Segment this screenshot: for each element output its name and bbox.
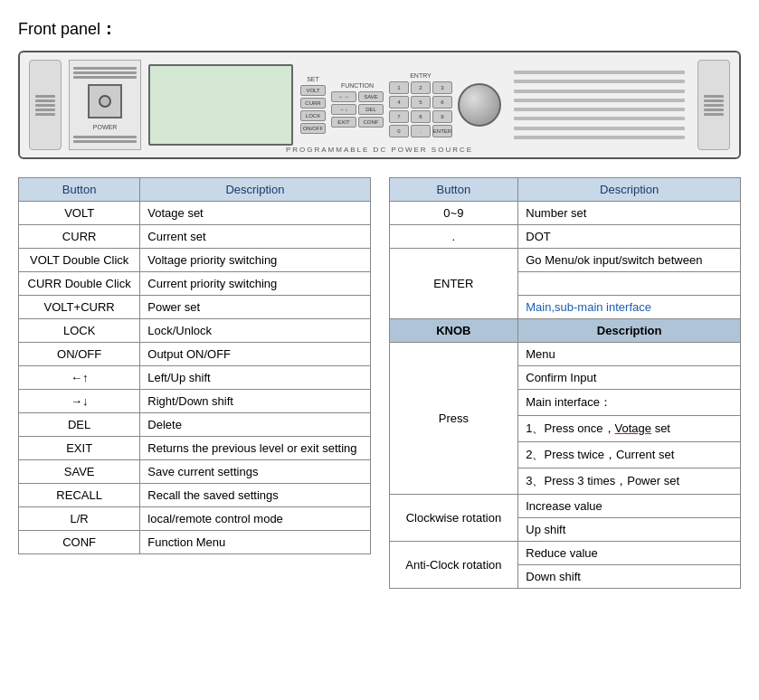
left-col-desc-header: Description xyxy=(140,178,370,202)
table-row: ON/OFFOutput ON/OFF xyxy=(19,343,371,366)
desc-cell: Left/Up shift xyxy=(140,366,370,390)
desc-cell: Voltage priority switching xyxy=(140,249,370,272)
btn-8[interactable]: 8 xyxy=(411,110,431,123)
desc-cell: Output ON/OFF xyxy=(140,343,370,366)
btn-cell: CURR xyxy=(19,225,140,249)
panel-power-switch xyxy=(88,84,122,118)
btn-cell: VOLT xyxy=(19,202,140,225)
desc-cell-press-1: Menu xyxy=(518,343,741,366)
desc-cell-enter-1: Go Menu/ok input/switch between xyxy=(518,249,741,272)
right-table: Button Description 0~9 Number set . DOT … xyxy=(389,177,742,589)
right-table-section: Button Description 0~9 Number set . DOT … xyxy=(389,177,742,589)
btn-cell: SAVE xyxy=(19,460,140,484)
del-btn[interactable]: DEL xyxy=(358,104,384,115)
entry-group-label: ENTRY xyxy=(410,72,432,79)
table-row: ←↑Left/Up shift xyxy=(19,366,371,390)
front-panel-illustration: POWER SET VOLT CURR LOCK ON/OFF FUNCTION… xyxy=(18,51,741,159)
desc-cell-ac-1: Reduce value xyxy=(518,542,741,565)
btn-0[interactable]: 0 xyxy=(389,125,409,137)
tables-container: Button Description VOLTVotage setCURRCur… xyxy=(18,177,741,589)
panel-bottom-label: PROGRAMMABLE DC POWER SOURCE xyxy=(286,146,473,154)
table-row: Press Menu xyxy=(389,343,741,366)
desc-cell: Function Menu xyxy=(140,531,370,554)
btn-cell: VOLT Double Click xyxy=(19,249,140,272)
btn-cell: L/R xyxy=(19,507,140,531)
btn-9[interactable]: 9 xyxy=(432,110,452,123)
arrow-left-btn[interactable]: ←→ xyxy=(331,91,356,102)
btn-enter[interactable]: ENTER xyxy=(432,125,452,137)
desc-cell-press-6: 3、Press 3 times，Power set xyxy=(518,468,741,495)
desc-cell-press-3: Main interface： xyxy=(518,390,741,416)
btn-cell: LOCK xyxy=(19,319,140,343)
knob-header-col2: Description xyxy=(518,319,741,343)
exit-btn[interactable]: EXIT xyxy=(331,117,356,128)
panel-left-controls: POWER xyxy=(69,60,141,150)
conf-btn[interactable]: CONF xyxy=(358,117,384,128)
left-table-section: Button Description VOLTVotage setCURRCur… xyxy=(18,177,371,554)
left-col-button-header: Button xyxy=(19,178,140,202)
desc-cell-ac-2: Down shift xyxy=(518,565,741,589)
btn-3[interactable]: 3 xyxy=(432,81,452,94)
panel-right-vents xyxy=(508,64,690,146)
table-row: ENTER Go Menu/ok input/switch between xyxy=(389,249,741,272)
btn-cell: 0~9 xyxy=(389,202,518,225)
table-row: VOLT+CURRPower set xyxy=(19,296,371,319)
btn-4[interactable]: 4 xyxy=(389,96,409,109)
btn-cell: RECALL xyxy=(19,484,140,507)
btn-cell: . xyxy=(389,225,518,249)
desc-cell: Power set xyxy=(140,296,370,319)
curr-btn[interactable]: CURR xyxy=(300,98,326,109)
entry-button-group: ENTRY 1 2 3 4 5 6 7 8 9 0 . ENTER xyxy=(389,72,452,137)
lock-btn[interactable]: LOCK xyxy=(300,110,326,121)
panel-knob[interactable] xyxy=(458,83,501,127)
table-row: CURR Double ClickCurrent priority switch… xyxy=(19,272,371,296)
panel-display-screen xyxy=(148,64,293,146)
desc-cell: Current priority switching xyxy=(140,272,370,296)
table-row: EXITReturns the previous level or exit s… xyxy=(19,437,371,460)
table-row: L/Rlocal/remote control mode xyxy=(19,507,371,531)
desc-cell: Recall the saved settings xyxy=(140,484,370,507)
desc-cell-enter-3: Main,sub-main interface xyxy=(518,296,741,319)
desc-cell: Delete xyxy=(140,413,370,437)
volt-btn[interactable]: VOLT xyxy=(300,85,326,96)
btn-cell: ←↑ xyxy=(19,366,140,390)
page-title: Front panel： xyxy=(18,18,741,40)
right-col-desc-header: Description xyxy=(518,178,741,202)
btn-7[interactable]: 7 xyxy=(389,110,409,123)
panel-right-end xyxy=(697,60,730,150)
btn-6[interactable]: 6 xyxy=(432,96,452,109)
panel-left-end xyxy=(29,60,62,150)
arrow-down-btn[interactable]: ←↓ xyxy=(331,104,356,115)
desc-cell-press-4: 1、Press once，Votage set xyxy=(518,416,741,442)
set-group-label: SET xyxy=(307,76,319,82)
btn-dot[interactable]: . xyxy=(411,125,431,137)
btn-cell: VOLT+CURR xyxy=(19,296,140,319)
btn-5[interactable]: 5 xyxy=(411,96,431,109)
function-group-label: FUNCTION xyxy=(341,82,374,89)
table-row: . DOT xyxy=(389,225,741,249)
btn-2[interactable]: 2 xyxy=(411,81,431,94)
btn-1[interactable]: 1 xyxy=(389,81,409,94)
btn-cell-clockwise: Clockwise rotation xyxy=(389,495,518,542)
desc-cell: DOT xyxy=(518,225,741,249)
btn-cell-anticlock: Anti-Clock rotation xyxy=(389,542,518,589)
desc-cell: Save current settings xyxy=(140,460,370,484)
desc-cell-cw-2: Up shift xyxy=(518,518,741,542)
desc-cell: local/remote control mode xyxy=(140,507,370,531)
table-row: →↓Right/Down shift xyxy=(19,390,371,413)
table-row: RECALLRecall the saved settings xyxy=(19,484,371,507)
onoff-btn[interactable]: ON/OFF xyxy=(300,123,326,134)
btn-cell: →↓ xyxy=(19,390,140,413)
left-table: Button Description VOLTVotage setCURRCur… xyxy=(18,177,371,554)
table-row: SAVESave current settings xyxy=(19,460,371,484)
desc-cell-press-2: Confirm Input xyxy=(518,366,741,390)
save-btn[interactable]: SAVE xyxy=(358,91,384,102)
btn-cell: ON/OFF xyxy=(19,343,140,366)
desc-cell: Returns the previous level or exit setti… xyxy=(140,437,370,460)
btn-cell-enter: ENTER xyxy=(389,249,518,319)
table-row: LOCKLock/Unlock xyxy=(19,319,371,343)
function-button-group: FUNCTION ←→ SAVE ←↓ DEL EXIT CONF xyxy=(331,82,384,128)
desc-cell-press-5: 2、Press twice，Current set xyxy=(518,442,741,468)
desc-cell-enter-2 xyxy=(518,272,741,296)
desc-cell: Number set xyxy=(518,202,741,225)
